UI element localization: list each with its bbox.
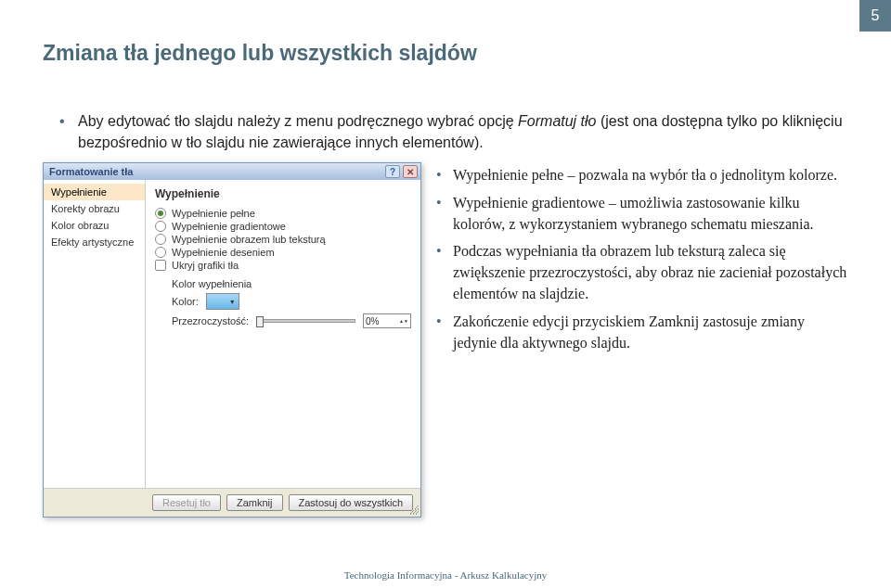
radio-label: Wypełnienie obrazem lub teksturą — [172, 234, 326, 245]
dialog-main-panel: Wypełnienie Wypełnienie pełne Wypełnieni… — [146, 180, 420, 488]
page-content: Zmiana tła jednego lub wszystkich slajdó… — [0, 0, 891, 527]
sidebar-item-fill[interactable]: Wypełnienie — [44, 184, 145, 200]
radio-icon — [155, 234, 166, 245]
spinner-arrows-icon: ▲▼ — [399, 319, 408, 324]
explanation-list: Wypełnienie pełne – pozwala na wybór tła… — [434, 162, 848, 359]
dialog-titlebar[interactable]: Formatowanie tła ? ✕ — [44, 163, 420, 180]
intro-prefix: Aby edytować tło slajdu należy z menu po… — [78, 113, 518, 129]
intro-italic: Formatuj tło — [518, 113, 596, 129]
radio-icon — [155, 208, 166, 219]
panel-heading: Wypełnienie — [155, 187, 411, 200]
list-item: Podczas wypełniania tła obrazem lub teks… — [434, 240, 848, 305]
checkbox-icon — [155, 260, 166, 271]
reset-button[interactable]: Resetuj tło — [152, 494, 221, 511]
transparency-spinner[interactable]: 0% ▲▼ — [363, 313, 411, 328]
radio-icon — [155, 247, 166, 258]
checkbox-hide-bg-graphics[interactable]: Ukryj grafiki tła — [155, 260, 411, 271]
dialog-title-text: Formatowanie tła — [49, 166, 133, 177]
format-background-dialog: Formatowanie tła ? ✕ Wypełnienie Korekty… — [43, 162, 421, 518]
dialog-sidebar: Wypełnienie Korekty obrazu Kolor obrazu … — [44, 180, 146, 488]
close-icon[interactable]: ✕ — [403, 165, 418, 178]
apply-all-button[interactable]: Zastosuj do wszystkich — [289, 494, 413, 511]
radio-label: Wypełnienie deseniem — [172, 247, 275, 258]
list-item: Wypełnienie gradientowe – umożliwia zast… — [434, 192, 848, 235]
radio-picture-texture-fill[interactable]: Wypełnienie obrazem lub teksturą — [155, 234, 411, 245]
chevron-down-icon: ▼ — [229, 299, 236, 305]
list-item: Wypełnienie pełne – pozwala na wybór tła… — [434, 164, 848, 185]
color-group-label: Kolor wypełnienia — [172, 278, 411, 289]
checkbox-label: Ukryj grafiki tła — [172, 260, 239, 271]
radio-label: Wypełnienie gradientowe — [172, 221, 286, 232]
radio-gradient-fill[interactable]: Wypełnienie gradientowe — [155, 221, 411, 232]
radio-label: Wypełnienie pełne — [172, 208, 255, 219]
help-icon[interactable]: ? — [385, 165, 400, 178]
intro-paragraph: Aby edytować tło slajdu należy z menu po… — [43, 110, 848, 153]
sidebar-item-artistic-effects[interactable]: Efekty artystyczne — [44, 234, 145, 250]
color-label: Kolor: — [172, 296, 199, 307]
transparency-label: Przezroczystość: — [172, 315, 249, 326]
resize-grip-icon[interactable] — [409, 505, 419, 515]
transparency-slider[interactable] — [256, 319, 355, 323]
page-number-badge: 5 — [859, 0, 891, 32]
sidebar-item-picture-color[interactable]: Kolor obrazu — [44, 217, 145, 234]
page-title: Zmiana tła jednego lub wszystkich slajdó… — [43, 41, 848, 66]
dialog-footer: Resetuj tło Zamknij Zastosuj do wszystki… — [44, 488, 420, 517]
color-picker[interactable]: ▼ — [206, 293, 239, 310]
list-item: Zakończenie edycji przyciskiem Zamknij z… — [434, 311, 848, 353]
close-button[interactable]: Zamknij — [226, 494, 283, 511]
transparency-value: 0% — [366, 316, 379, 326]
radio-icon — [155, 221, 166, 232]
radio-solid-fill[interactable]: Wypełnienie pełne — [155, 208, 411, 219]
radio-pattern-fill[interactable]: Wypełnienie deseniem — [155, 247, 411, 258]
page-footer: Technologia Informacyjna - Arkusz Kalkul… — [0, 569, 891, 581]
slider-thumb[interactable] — [256, 316, 264, 327]
sidebar-item-picture-corrections[interactable]: Korekty obrazu — [44, 200, 145, 217]
